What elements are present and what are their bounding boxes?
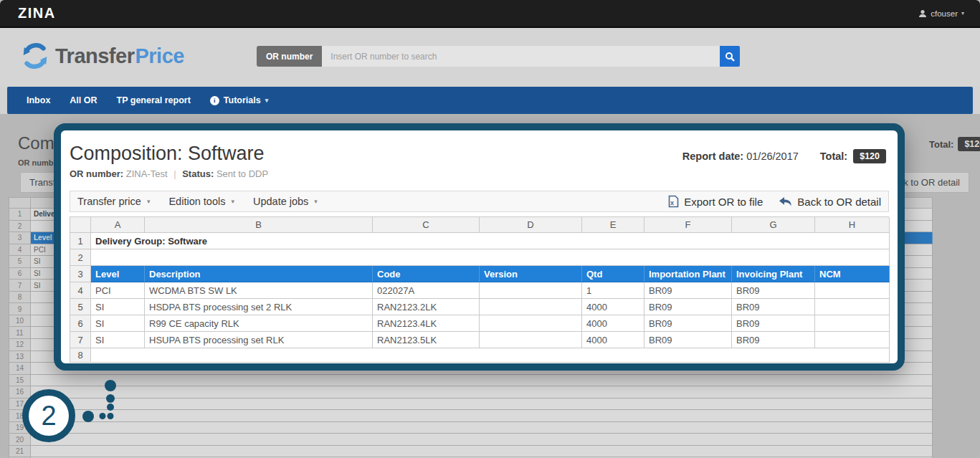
step-number: 2 [41,401,56,431]
row-number-4[interactable]: 4 [70,282,91,299]
table-cell[interactable]: BR09 [732,315,815,332]
table-cell[interactable] [815,299,890,315]
empty-row-cell[interactable] [91,348,890,363]
table-cell[interactable] [815,332,890,348]
row-number-5[interactable]: 5 [70,299,91,315]
column-header-D[interactable]: D [480,217,582,233]
row-number-8[interactable]: 8 [70,348,91,363]
search-input[interactable] [322,46,720,67]
table-cell[interactable] [480,315,582,332]
table-cell[interactable]: 4000 [582,299,644,315]
table-cell[interactable]: 4000 [582,332,644,348]
row-number-3[interactable]: 3 [70,266,91,282]
column-header-H[interactable]: H [815,217,890,233]
menu-update-jobs[interactable]: Update jobs ▾ [253,196,318,207]
separator: | [170,168,179,179]
table-cell[interactable]: R99 CE capacity RLK [145,315,373,332]
column-header-B[interactable]: B [145,217,373,233]
application-window: Composition: Software OR number: ZINA-Te… [0,0,980,458]
table-cell[interactable]: BR09 [644,332,732,348]
table-cell[interactable]: BR09 [732,332,815,348]
table-cell[interactable]: RAN2123.5LK [373,332,480,348]
table-header-cell[interactable]: Description [145,266,373,282]
table-header-cell[interactable]: Qtd [582,266,644,282]
table-cell[interactable]: SI [91,315,145,332]
row-number-1[interactable]: 1 [70,233,91,249]
nav-item-inbox[interactable]: Inbox [27,95,50,105]
column-header-G[interactable]: G [732,217,815,233]
column-header-A[interactable]: A [91,217,145,233]
report-date-value: 01/26/2017 [746,151,799,162]
modal-toolbar: Transfer price ▾ Edition tools ▾ Update … [70,191,889,212]
search-button[interactable] [720,46,740,67]
table-cell[interactable]: 4000 [582,315,644,332]
table-cell[interactable]: BR09 [644,282,732,299]
brand-text-transfer: Transfer [55,44,134,68]
row-number-7[interactable]: 7 [70,332,91,348]
circular-arrows-icon [20,41,50,71]
menu-edition-tools[interactable]: Edition tools ▾ [168,196,234,207]
modal-subtitle: OR number: ZINA-Test | Status: Sent to D… [70,166,889,182]
column-header-F[interactable]: F [644,217,732,233]
table-cell[interactable] [480,299,582,315]
step-2-badge: 2 [22,389,75,442]
top-bar: ZINA cfouser ▾ [0,0,980,28]
nav-label: Inbox [27,95,50,105]
transferprice-logo: Transfer Price [20,41,184,71]
table-header-cell[interactable]: Importation Plant [644,266,732,282]
or-search-bar: OR number [257,46,740,67]
table-header-cell[interactable]: Level [91,266,145,282]
or-number-value: ZINA-Test [126,168,168,179]
menu-label: Edition tools [168,196,225,207]
table-cell[interactable]: SI [91,332,145,348]
table-cell[interactable]: SI [91,299,145,315]
table-cell[interactable]: BR09 [732,282,815,299]
table-cell[interactable]: BR09 [644,315,732,332]
main-nav: Inbox All OR TP general report i Tutoria… [7,87,973,114]
table-cell[interactable]: BR09 [644,299,732,315]
table-header-cell[interactable]: Code [373,266,480,282]
table-cell[interactable] [480,282,582,299]
nav-item-tp-general-report[interactable]: TP general report [117,95,191,105]
empty-row-cell[interactable] [91,249,890,266]
back-arrow-icon [779,196,792,207]
table-cell[interactable]: PCI [91,282,145,299]
nav-item-all-or[interactable]: All OR [70,95,97,105]
back-label: Back to OR detail [797,196,881,208]
table-cell[interactable]: WCDMA BTS SW LK [145,282,373,299]
table-cell[interactable]: HSDPA BTS processing set 2 RLK [145,299,373,315]
table-cell[interactable] [480,332,582,348]
row-number-2[interactable]: 2 [70,249,91,266]
chevron-down-icon: ▾ [147,198,151,205]
table-cell[interactable]: RAN2123.4LK [373,315,480,332]
export-or-button[interactable]: x Export OR to file [668,195,763,208]
column-header-E[interactable]: E [582,217,644,233]
table-cell[interactable]: BR09 [732,299,815,315]
status-label: Status: [182,168,214,179]
user-menu[interactable]: cfouser ▾ [918,9,964,18]
menu-transfer-price[interactable]: Transfer price ▾ [77,196,150,207]
table-header-cell[interactable]: NCM [815,266,890,282]
user-icon [918,9,927,18]
column-header-C[interactable]: C [373,217,480,233]
menu-label: Update jobs [253,196,308,207]
table-cell[interactable]: HSUPA BTS processing set RLK [145,332,373,348]
or-number-label: OR number [257,46,322,67]
user-name: cfouser [931,9,958,18]
table-cell[interactable] [815,315,890,332]
nav-item-tutorials[interactable]: i Tutorials ▾ [210,95,268,105]
brand-text-price: Price [135,44,184,68]
search-icon [725,52,735,62]
table-cell[interactable]: 1 [582,282,644,299]
composition-spreadsheet: ABCDEFGH1Delivery Group: Software23Level… [70,216,889,363]
table-header-cell[interactable]: Invoicing Plant [732,266,815,282]
row-number-6[interactable]: 6 [70,315,91,332]
table-header-cell[interactable]: Version [480,266,582,282]
chevron-down-icon: ▾ [314,198,318,205]
table-cell[interactable]: 022027A [373,282,480,299]
corner-cell[interactable] [70,217,91,233]
back-to-or-detail-button[interactable]: Back to OR detail [779,196,881,208]
table-cell[interactable]: RAN2123.2LK [373,299,480,315]
table-cell[interactable] [815,282,890,299]
delivery-group-cell[interactable]: Delivery Group: Software [91,233,890,249]
